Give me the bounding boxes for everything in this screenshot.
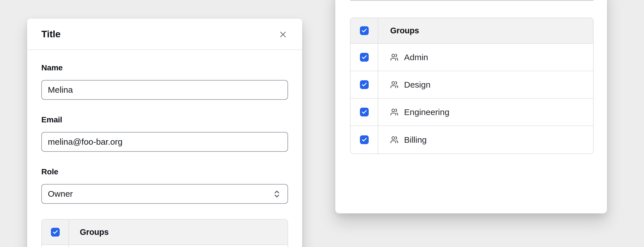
groups-table: Groups xyxy=(41,219,288,247)
row-check-cell xyxy=(351,126,378,153)
dialog-title: Title xyxy=(41,29,61,40)
role-field-group: Role Owner xyxy=(41,167,288,204)
users-icon xyxy=(390,108,398,116)
group-name: Engineering xyxy=(404,107,449,117)
group-name: Design xyxy=(404,80,430,90)
role-select-value: Owner xyxy=(48,189,73,199)
group-row-billing: Billing xyxy=(351,126,593,153)
row-checkbox[interactable] xyxy=(360,135,369,144)
table-row xyxy=(42,245,287,247)
row-check-cell xyxy=(351,71,378,98)
groups-table-header-row: Groups xyxy=(42,220,287,245)
email-label: Email xyxy=(41,115,288,125)
check-icon xyxy=(361,109,367,115)
select-all-cell xyxy=(42,220,69,244)
group-row-engineering: Engineering xyxy=(351,99,593,126)
row-checkbox[interactable] xyxy=(360,53,369,62)
users-icon xyxy=(390,136,398,144)
row-check-cell xyxy=(351,99,378,125)
group-row-design: Design xyxy=(351,71,593,99)
check-icon xyxy=(361,137,367,143)
check-icon xyxy=(361,28,367,34)
users-icon xyxy=(390,81,398,89)
group-name: Admin xyxy=(404,53,428,62)
users-icon xyxy=(390,53,398,61)
groups-detail-panel: Groups Admin xyxy=(335,0,607,213)
email-field-group: Email xyxy=(41,115,288,152)
name-label: Name xyxy=(41,63,288,73)
select-all-checkbox[interactable] xyxy=(51,228,60,237)
email-input[interactable] xyxy=(41,132,288,152)
group-name: Billing xyxy=(404,135,427,145)
close-button[interactable] xyxy=(276,27,290,42)
groups-table-large: Groups Admin xyxy=(350,18,594,154)
check-icon xyxy=(52,229,58,235)
name-field-group: Name xyxy=(41,63,288,100)
role-label: Role xyxy=(41,167,288,177)
chevrons-up-down-icon xyxy=(272,190,281,198)
check-icon xyxy=(361,54,367,60)
select-all-cell xyxy=(351,18,378,43)
groups-header-label: Groups xyxy=(378,18,593,43)
row-checkbox[interactable] xyxy=(360,80,369,89)
row-check-cell xyxy=(351,44,378,71)
dialog-header: Title xyxy=(27,19,302,50)
dialog-body: Name Email Role Owner xyxy=(27,50,302,247)
cropped-select-edge xyxy=(350,0,594,1)
check-icon xyxy=(361,82,367,88)
edit-user-dialog: Title Name Email Role Owner xyxy=(27,19,302,247)
role-select[interactable]: Owner xyxy=(41,184,288,204)
x-icon xyxy=(278,30,288,39)
groups-header-label: Groups xyxy=(69,220,287,244)
row-checkbox[interactable] xyxy=(360,108,369,116)
select-all-checkbox[interactable] xyxy=(360,26,369,35)
group-row-admin: Admin xyxy=(351,44,593,71)
groups-table-header-row: Groups xyxy=(351,18,593,44)
name-input[interactable] xyxy=(41,80,288,100)
